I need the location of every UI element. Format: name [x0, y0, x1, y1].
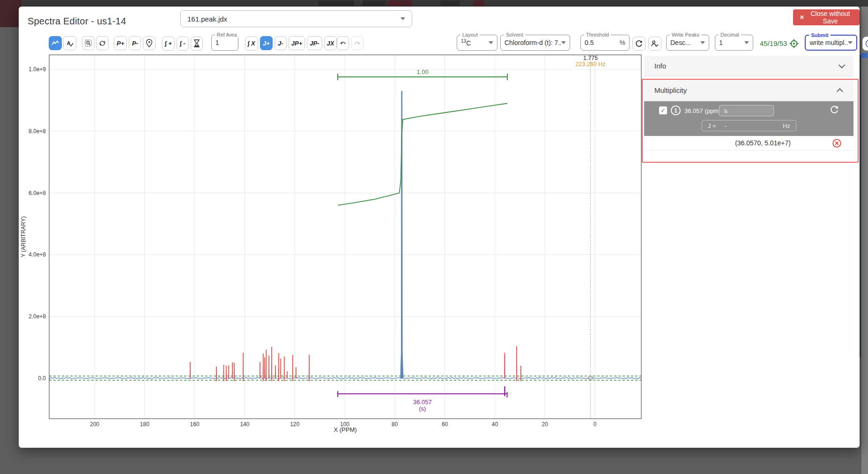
svg-text:60: 60	[442, 421, 448, 428]
svg-text:80: 80	[392, 421, 398, 428]
decimal-label: Decimal	[719, 32, 741, 38]
layout-label: Layout	[460, 32, 480, 38]
svg-text:X (PPM): X (PPM)	[334, 426, 356, 433]
jp-add-button[interactable]: JP+	[289, 36, 305, 50]
integral-remove-button[interactable]: ∫ -	[177, 37, 189, 51]
threshold-field[interactable]: Threshold 0.5 %	[580, 35, 630, 51]
peak-counter-value: 45/19/53	[760, 39, 787, 47]
background-window-chip	[473, 0, 484, 6]
write-peaks-label: Write Peaks	[670, 32, 701, 38]
decimal-value: 1	[719, 39, 723, 46]
svg-text:8.0e+8: 8.0e+8	[29, 128, 46, 135]
svg-text:36.057: 36.057	[413, 399, 432, 406]
chevron-down-icon	[561, 41, 566, 44]
hourglass-icon-button[interactable]	[191, 37, 203, 51]
svg-text:120: 120	[290, 421, 299, 428]
auto-peak-check-button[interactable]	[648, 37, 661, 51]
background-window-chip	[319, 0, 354, 6]
solvent-label: Solvent	[504, 32, 525, 38]
threshold-unit: %	[620, 39, 625, 46]
threshold-label: Threshold	[584, 32, 611, 38]
checkmark-icon: ✓	[660, 107, 666, 114]
svg-text:180: 180	[140, 421, 149, 428]
svg-text:4.0e+8: 4.0e+8	[29, 251, 46, 258]
reset-zoom-icon-button[interactable]	[96, 36, 109, 50]
multiplicity-point-row: (36.0570, 5.01e+7)	[644, 136, 853, 150]
peak-pick-pin-button[interactable]	[143, 36, 156, 50]
multiplicity-refresh-button[interactable]	[830, 105, 839, 114]
submit-select[interactable]: Submit write multipl...	[805, 35, 857, 51]
jx-button[interactable]: JX	[324, 36, 337, 50]
delete-point-button[interactable]	[832, 139, 841, 148]
background-top-strip	[0, 0, 868, 7]
jp-remove-button[interactable]: JP-	[307, 36, 322, 50]
svg-text:40: 40	[492, 421, 498, 428]
redo-button[interactable]	[351, 36, 364, 50]
svg-text:Y (ARBITRARY): Y (ARBITRARY)	[20, 216, 27, 257]
info-section-header[interactable]: Info	[644, 56, 853, 76]
svg-text:200: 200	[90, 421, 99, 428]
submit-run-button[interactable]	[862, 37, 868, 51]
svg-text:140: 140	[240, 421, 249, 428]
j-value: -	[725, 122, 727, 129]
info-title: Info	[654, 62, 666, 70]
j-unit: Hz	[783, 122, 790, 129]
decimal-select[interactable]: Decimal 1	[715, 35, 753, 51]
background-window-chip	[363, 0, 386, 6]
background-right-strip	[861, 7, 868, 474]
spectrum-line-mode-button[interactable]	[49, 36, 62, 50]
undo-button[interactable]	[337, 36, 349, 50]
auto-assignment-button[interactable]: A	[63, 36, 76, 50]
integral-delete-all-button[interactable]: ∫ X	[245, 37, 258, 51]
peak-remove-button[interactable]: P-	[129, 36, 141, 50]
j-coupling-box[interactable]: J = - Hz	[702, 120, 796, 131]
j-remove-button[interactable]: J-	[274, 36, 287, 50]
layout-select[interactable]: Layout 13C	[457, 35, 497, 51]
background-window-chip	[440, 0, 460, 6]
multiplicity-checkbox[interactable]: ✓	[659, 106, 667, 114]
peak-add-button[interactable]: P+	[114, 36, 127, 50]
zoom-select-icon-button[interactable]	[82, 36, 95, 50]
svg-text:223.260 Hz: 223.260 Hz	[576, 61, 606, 68]
spectra-editor-modal: Spectra Editor - us1-14 161.peak.jdx ✕ C…	[19, 7, 860, 448]
peak-counter: 45/19/53	[760, 38, 799, 49]
multiplicity-type-value: s	[724, 107, 727, 114]
j-label: J =	[708, 122, 716, 129]
submit-value: write multipl...	[809, 39, 848, 46]
ref-area-field[interactable]: Ref Area 1	[211, 35, 238, 51]
chevron-down-icon	[700, 41, 705, 44]
multiplicity-type-input[interactable]: s	[719, 105, 774, 116]
background-window-edge	[860, 55, 861, 358]
svg-text:1.00: 1.00	[416, 68, 428, 75]
multiplicity-section-header[interactable]: Multiplicity	[644, 80, 853, 101]
threshold-value: 0.5	[585, 39, 594, 46]
multiplicity-title: Multiplicity	[654, 86, 687, 94]
write-peaks-select[interactable]: Write Peaks Desc...	[666, 35, 709, 51]
solvent-select[interactable]: Solvent Chloroform-d (t): 7...	[500, 35, 570, 51]
refresh-peaks-button[interactable]	[632, 37, 645, 51]
ref-area-label: Ref Area	[215, 32, 239, 38]
integral-add-button[interactable]: ∫ +	[162, 37, 175, 51]
background-window-chip	[387, 0, 412, 6]
layout-value: 13C	[461, 38, 471, 47]
svg-text:1.0e+9: 1.0e+9	[29, 66, 46, 73]
write-peaks-value: Desc...	[670, 39, 691, 46]
svg-text:6.0e+8: 6.0e+8	[29, 190, 46, 196]
svg-text:2.0e+8: 2.0e+8	[29, 313, 46, 320]
toolbar: A P+ P- ∫ + ∫ - Ref Area	[19, 34, 860, 53]
ref-area-value: 1	[215, 39, 219, 46]
multiplicity-row: ✓ 1 36.057 (ppm) s J = - Hz	[644, 101, 853, 136]
svg-text:0.0: 0.0	[38, 375, 46, 382]
multiplicity-shift-value: 36.057 (ppm)	[684, 107, 720, 114]
background-right-accent	[861, 53, 868, 58]
svg-text:160: 160	[190, 421, 200, 428]
j-add-button[interactable]: J+	[260, 36, 273, 50]
multiplicity-point-value: (36.0570, 5.01e+7)	[735, 139, 791, 147]
svg-text:20: 20	[542, 421, 549, 428]
multiplicity-index-badge: 1	[671, 105, 681, 115]
svg-text:0: 0	[594, 421, 597, 428]
chevron-down-icon	[489, 41, 493, 44]
chevron-down-icon	[838, 61, 845, 68]
chevron-up-icon	[837, 88, 843, 95]
target-icon[interactable]	[789, 38, 799, 49]
